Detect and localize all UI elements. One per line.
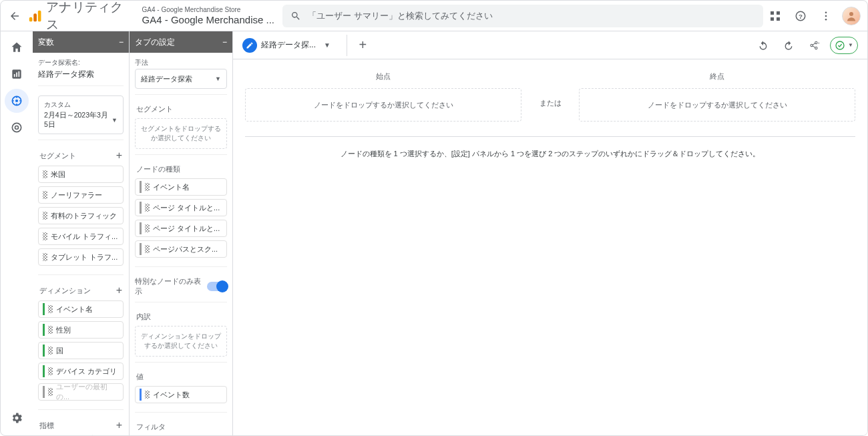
collapse-icon[interactable]: − xyxy=(222,37,227,47)
svg-rect-16 xyxy=(18,71,19,77)
special-nodes-toggle[interactable] xyxy=(207,282,227,291)
start-point-title: 始点 xyxy=(245,71,521,81)
segment-chip[interactable]: ノーリファラー xyxy=(38,186,124,204)
back-button[interactable] xyxy=(3,4,26,28)
svg-point-19 xyxy=(12,123,21,132)
redo-icon[interactable] xyxy=(779,36,798,55)
add-tab-button[interactable]: + xyxy=(347,35,368,56)
search-box[interactable]: 「ユーザー サマリー」と検索してみてください xyxy=(282,5,763,27)
nav-home-icon[interactable] xyxy=(5,35,29,59)
status-pill[interactable]: ▼ xyxy=(830,37,858,54)
svg-rect-2 xyxy=(37,10,41,21)
segment-chip[interactable]: 有料のトラフィック xyxy=(38,207,124,224)
nav-rail xyxy=(1,31,33,435)
collapse-icon[interactable]: − xyxy=(119,37,124,47)
nodetype-chip[interactable]: イベント名 xyxy=(135,178,227,196)
svg-text:?: ? xyxy=(799,12,803,19)
segment-dropzone[interactable]: セグメントをドロップするか選択してください xyxy=(135,118,227,149)
breakdown-dropzone[interactable]: ディメンションをドロップするか選択してください xyxy=(135,326,227,357)
avatar[interactable] xyxy=(842,7,861,25)
canvas: 経路データ探... ▼ + + ▼ 始点 ノードをドロップするか選択してください xyxy=(233,31,867,435)
segment-chip[interactable]: モバイル トラフィ... xyxy=(38,228,124,245)
logo: アナリティクス xyxy=(27,0,130,33)
share-icon[interactable]: + xyxy=(805,36,823,55)
canvas-hint: ノードの種類を 1 つ選択するか、[設定] パネルから 1 つを選び 2 つのス… xyxy=(245,149,855,159)
technique-select[interactable]: 経路データ探索 ▼ xyxy=(135,69,227,89)
dimension-chip[interactable]: デバイス カテゴリ xyxy=(38,363,124,380)
dimension-chip[interactable]: イベント名 xyxy=(38,300,124,318)
nav-advertising-icon[interactable] xyxy=(5,116,29,140)
svg-rect-6 xyxy=(777,17,780,21)
dimension-chip[interactable]: 国 xyxy=(38,342,124,359)
chevron-down-icon: ▼ xyxy=(215,75,221,82)
chevron-down-icon: ▼ xyxy=(112,117,118,124)
svg-point-25 xyxy=(836,41,844,49)
undo-icon[interactable] xyxy=(754,36,773,55)
date-range-selector[interactable]: カスタム 2月4日～2023年3月5日 ▼ xyxy=(38,95,124,134)
exploration-tab[interactable]: 経路データ探... ▼ xyxy=(237,31,340,59)
settings-header: タブの設定 − xyxy=(130,31,232,53)
variables-panel: 変数 − データ探索名: 経路データ探索 カスタム 2月4日～2023年3月5日… xyxy=(33,31,130,435)
variables-header: 変数 − xyxy=(33,31,129,53)
end-dropzone[interactable]: ノードをドロップするか選択してください xyxy=(579,88,855,122)
check-circle-icon xyxy=(835,40,845,51)
settings-panel: タブの設定 − 手法 経路データ探索 ▼ セグメント セグメントをドロップするか… xyxy=(130,31,233,435)
apps-icon[interactable] xyxy=(763,4,787,28)
search-placeholder: 「ユーザー サマリー」と検索してみてください xyxy=(308,10,493,22)
svg-point-11 xyxy=(825,18,827,20)
nodetype-chip[interactable]: ページ タイトルと... xyxy=(135,220,227,237)
svg-rect-4 xyxy=(777,11,780,15)
value-chip[interactable]: イベント数 xyxy=(135,386,227,403)
nav-reports-icon[interactable] xyxy=(5,62,29,86)
nav-admin-icon[interactable] xyxy=(5,406,29,430)
svg-point-12 xyxy=(849,12,853,16)
property-main: GA4 - Google Merchandise ... xyxy=(142,14,274,26)
or-label: または xyxy=(533,85,567,108)
chevron-down-icon[interactable]: ▼ xyxy=(320,41,335,49)
chevron-down-icon: ▼ xyxy=(848,42,853,48)
property-selector[interactable]: GA4 - Google Merchandise Store GA4 - Goo… xyxy=(142,6,274,26)
svg-text:+: + xyxy=(818,41,819,45)
dimension-chip[interactable]: ユーザーの最初の... xyxy=(38,383,124,401)
svg-rect-1 xyxy=(33,13,37,21)
exploration-name[interactable]: 経路データ探索 xyxy=(38,69,124,80)
more-icon[interactable] xyxy=(814,4,838,28)
start-dropzone[interactable]: ノードをドロップするか選択してください xyxy=(245,88,521,122)
brand-name: アナリティクス xyxy=(46,0,130,33)
nodetype-chip[interactable]: ページ タイトルと... xyxy=(135,199,227,216)
add-metric-icon[interactable]: + xyxy=(116,419,122,431)
help-icon[interactable]: ? xyxy=(789,4,813,28)
svg-rect-15 xyxy=(16,73,17,77)
svg-point-18 xyxy=(15,99,17,102)
nodetype-chip[interactable]: ページパスとスク... xyxy=(135,240,227,258)
add-segment-icon[interactable]: + xyxy=(116,150,122,162)
exploration-name-label: データ探索名: xyxy=(38,58,124,67)
dimension-chip[interactable]: 性別 xyxy=(38,321,124,339)
end-point-title: 終点 xyxy=(579,71,855,81)
svg-rect-14 xyxy=(13,74,15,77)
svg-point-10 xyxy=(825,15,827,17)
svg-point-9 xyxy=(825,11,827,13)
svg-rect-0 xyxy=(29,17,32,21)
segment-chip[interactable]: 米国 xyxy=(38,166,124,183)
svg-rect-3 xyxy=(771,11,774,15)
nav-explore-icon[interactable] xyxy=(5,89,29,113)
svg-rect-5 xyxy=(771,17,774,21)
property-sup: GA4 - Google Merchandise Store xyxy=(142,6,274,14)
svg-point-20 xyxy=(15,126,18,130)
add-dimension-icon[interactable]: + xyxy=(116,284,122,296)
segment-chip[interactable]: タブレット トラフ... xyxy=(38,248,124,266)
pencil-icon xyxy=(242,38,257,53)
search-icon xyxy=(290,11,301,21)
